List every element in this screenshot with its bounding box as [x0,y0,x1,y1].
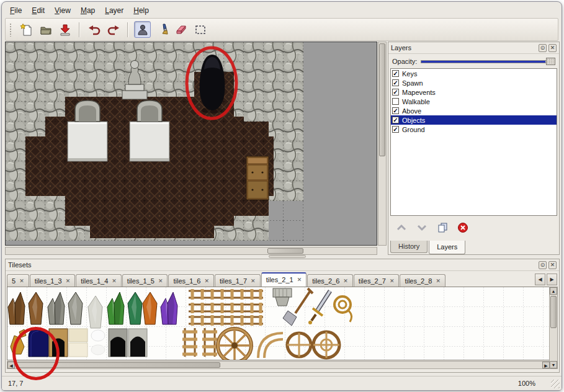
tab-close-icon[interactable]: ✕ [205,278,210,284]
tilesets-panel-title: Tilesets [8,261,32,269]
move-layer-up-button[interactable] [395,221,408,234]
tileset-horizontal-scrollbar[interactable]: ◀ ▶ [7,361,550,369]
toolbar-grip[interactable] [9,23,12,37]
tileset-vscroll-thumb[interactable] [550,296,557,328]
select-tool-button[interactable] [192,21,208,38]
tab-close-icon[interactable]: ✕ [297,277,302,283]
layer-row[interactable]: Walkable [391,97,557,106]
tab-close-icon[interactable]: ✕ [390,278,395,284]
move-layer-down-button[interactable] [415,221,429,234]
scroll-left-icon[interactable]: ◀ [7,362,15,368]
tileset-tab-active[interactable]: tiles_2_1 ✕ [261,272,307,287]
open-button[interactable] [37,21,54,38]
menu-file[interactable]: File [6,5,26,16]
tab-close-icon[interactable]: ✕ [112,278,117,284]
tileset-canvas[interactable] [7,287,550,360]
tileset-tab[interactable]: tiles_1_6 ✕ [168,274,214,287]
tab-close-icon[interactable]: ✕ [158,278,163,284]
layer-name: Above [402,107,421,115]
layer-row[interactable]: ✓ Spawn [391,78,557,87]
opacity-slider[interactable] [421,57,555,66]
menu-view[interactable]: View [50,5,75,16]
map-vscroll-thumb[interactable] [379,43,385,156]
delete-icon [457,221,469,234]
tileset-tab[interactable]: tiles_2_6 ✕ [307,274,353,287]
eraser-icon [174,23,188,37]
scroll-down-icon[interactable]: ▼ [550,361,557,368]
layer-name: Keys [402,70,417,78]
brush-icon [155,23,169,37]
selected-blue-door-tile[interactable] [29,329,48,357]
menu-map[interactable]: Map [76,5,99,16]
delete-layer-button[interactable] [456,221,470,234]
layer-name: Objects [402,117,425,124]
menu-edit[interactable]: Edit [27,5,49,16]
tab-close-icon[interactable]: ✕ [66,278,71,284]
tileset-tab[interactable]: tiles_2_7 ✕ [354,274,400,287]
undo-button[interactable] [86,21,102,38]
entity-tool-button[interactable] [134,21,151,38]
tab-close-icon[interactable]: ✕ [19,278,24,284]
map-hscroll-thumb[interactable] [267,248,303,254]
scroll-right-icon[interactable]: ▶ [542,362,550,368]
tileset-tab[interactable]: tiles_1_7 ✕ [215,274,261,287]
float-panel-icon[interactable]: ⊙ [539,44,547,52]
toolbar-separator [79,22,80,37]
editor-window: File Edit View Map Layer Help [1,1,562,391]
layer-visibility-checkbox[interactable]: ✓ [392,79,399,86]
layer-row[interactable]: ✓ Keys [391,69,557,78]
tab-history[interactable]: History [390,241,427,253]
layer-visibility-checkbox[interactable]: ✓ [392,70,399,77]
tileset-view[interactable] [7,287,550,360]
tileset-tab[interactable]: 5 ✕ [7,274,29,287]
tileset-tab[interactable]: tiles_1_3 ✕ [30,274,76,287]
layer-visibility-checkbox[interactable] [392,98,399,105]
tab-scroll-left-icon[interactable]: ◀ [535,274,545,285]
menu-help[interactable]: Help [129,5,153,16]
new-file-button[interactable] [18,21,35,38]
save-button[interactable] [56,21,73,38]
tab-close-icon[interactable]: ✕ [343,278,348,284]
layer-name: Ground [402,126,425,133]
tilesets-panel-titlebar: Tilesets ⊙ ✕ [6,259,559,271]
layer-row[interactable]: ✓ Above [391,106,557,115]
copy-icon [436,221,449,234]
map-horizontal-scrollbar[interactable] [5,247,377,255]
resize-grip[interactable] [551,380,560,388]
menu-layer[interactable]: Layer [101,5,128,16]
map-canvas[interactable] [6,42,377,245]
splitter-handle[interactable] [269,255,306,258]
redo-button[interactable] [105,21,122,38]
cave-opening-tile [109,329,127,357]
tab-layers[interactable]: Layers [429,241,465,254]
tileset-hscroll-thumb[interactable] [16,362,220,368]
layer-row[interactable]: ✓ Ground [391,125,557,134]
layer-list: ✓ Keys ✓ Spawn ✓ Mapevents Walkable ✓ Ab… [390,68,557,216]
layer-buttons [395,221,470,234]
layer-row-selected[interactable]: ✓ Objects [391,115,557,125]
close-panel-icon[interactable]: ✕ [548,44,557,52]
layer-visibility-checkbox[interactable]: ✓ [392,117,399,123]
duplicate-layer-button[interactable] [436,221,449,234]
layer-visibility-checkbox[interactable]: ✓ [392,89,399,96]
layer-visibility-checkbox[interactable]: ✓ [392,126,399,133]
layer-visibility-checkbox[interactable]: ✓ [392,107,399,114]
tilesets-panel: Tilesets ⊙ ✕ 5 ✕ tiles_1_3 ✕ tiles_1_4 ✕… [5,259,560,373]
opacity-slider-thumb[interactable] [546,58,555,65]
layer-row[interactable]: ✓ Mapevents [391,87,557,97]
float-panel-icon[interactable]: ⊙ [539,261,547,269]
map-viewport[interactable] [5,42,377,246]
tab-close-icon[interactable]: ✕ [436,278,441,284]
undo-icon [87,23,101,37]
brush-tool-button[interactable] [153,21,170,38]
map-vertical-scrollbar[interactable] [378,42,387,246]
tab-scroll-right-icon[interactable]: ▶ [547,274,557,285]
close-panel-icon[interactable]: ✕ [548,261,557,269]
scroll-up-icon[interactable]: ▲ [550,287,557,295]
tileset-tab[interactable]: tiles_2_8 ✕ [400,274,445,287]
eraser-tool-button[interactable] [172,21,189,38]
tileset-tab[interactable]: tiles_1_5 ✕ [122,274,168,287]
tileset-vertical-scrollbar[interactable]: ▲ ▼ [549,287,558,369]
tab-close-icon[interactable]: ✕ [251,278,256,284]
tileset-tab[interactable]: tiles_1_4 ✕ [76,274,122,287]
